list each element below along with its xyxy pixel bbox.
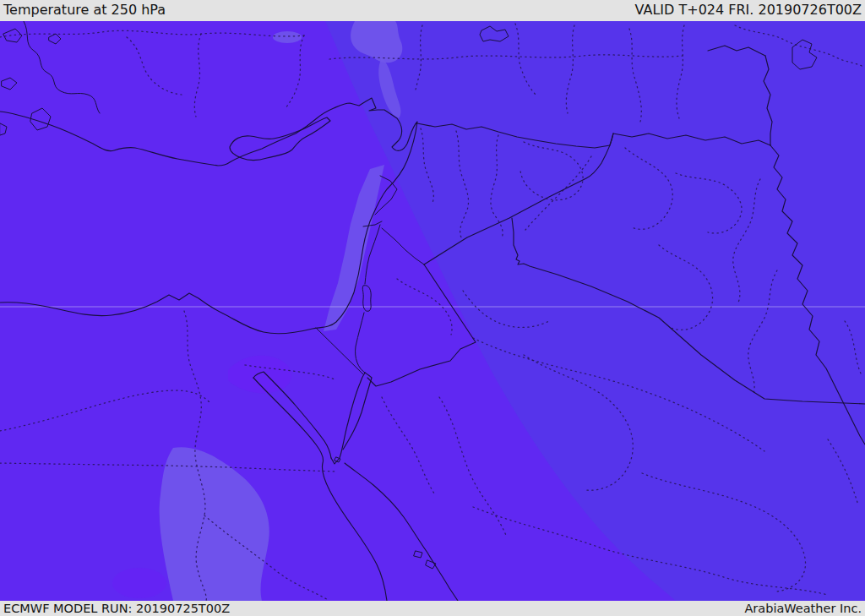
title-bar: Temperature at 250 hPa VALID T+024 FRI. … <box>0 0 865 21</box>
model-run-label: ECMWF MODEL RUN: 20190725T00Z <box>3 602 230 615</box>
provider-credit: ArabiaWeather Inc. <box>744 602 862 615</box>
footer-bar: ECMWF MODEL RUN: 20190725T00Z ArabiaWeat… <box>0 601 865 616</box>
map-title: Temperature at 250 hPa <box>3 2 166 18</box>
weather-map-screenshot: Temperature at 250 hPa VALID T+024 FRI. … <box>0 0 865 616</box>
temperature-map-canvas <box>0 0 865 616</box>
bright-patch-upper-egypt <box>112 568 166 598</box>
light-patch-north-cyprus <box>273 31 302 43</box>
valid-time-label: VALID T+024 FRI. 20190726T00Z <box>635 2 862 18</box>
